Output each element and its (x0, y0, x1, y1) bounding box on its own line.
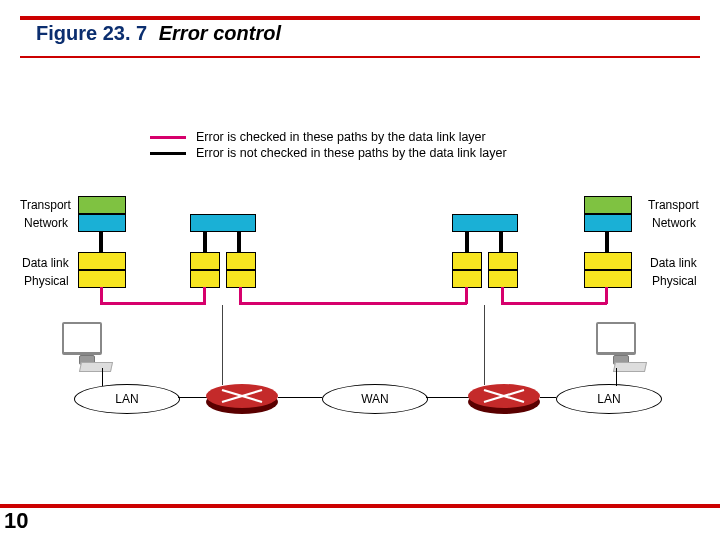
router2-connector-left (465, 232, 469, 252)
label-left-transport: Transport (20, 198, 71, 212)
router2-physical-b (488, 270, 518, 288)
router1-connector-right (237, 232, 241, 252)
network-wan: WAN (322, 384, 428, 414)
left-stack-datalink (78, 252, 126, 270)
router1-datalink-a (190, 252, 220, 270)
path-wan-v1 (239, 287, 242, 304)
bottom-rule (0, 504, 720, 508)
right-stack-connector (605, 232, 609, 252)
legend-swatch-black (150, 152, 186, 155)
router1-physical-b (226, 270, 256, 288)
right-stack-datalink (584, 252, 632, 270)
router2-icon (468, 384, 540, 408)
path-lan-right-v1 (501, 287, 504, 304)
router2-network (452, 214, 518, 232)
path-lan-left-h (100, 302, 206, 305)
router2-datalink-b (488, 252, 518, 270)
router2-connector-right (499, 232, 503, 252)
router2-x-icon (468, 384, 540, 408)
router1-physical-a (190, 270, 220, 288)
under-title-rule (20, 56, 700, 58)
left-stack-connector (99, 232, 103, 252)
right-stack-transport (584, 196, 632, 214)
network-lan-left: LAN (74, 384, 180, 414)
right-stack-network (584, 214, 632, 232)
path-lan-right-v2 (605, 287, 608, 304)
router1-x-icon (206, 384, 278, 408)
router1-datalink-b (226, 252, 256, 270)
path-lan-left-v2 (203, 287, 206, 304)
network-lan-left-label: LAN (115, 392, 138, 406)
path-lan-left-v1 (100, 287, 103, 304)
router2-datalink-a (452, 252, 482, 270)
label-right-datalink: Data link (650, 256, 697, 270)
legend-text-checked: Error is checked in these paths by the d… (196, 130, 486, 144)
wire-r2-down (484, 305, 485, 385)
figure-number: Figure 23. 7 (36, 22, 147, 44)
wire-pc-right (616, 368, 617, 386)
right-stack-physical (584, 270, 632, 288)
router1-network (190, 214, 256, 232)
label-right-physical: Physical (652, 274, 697, 288)
label-left-network: Network (24, 216, 68, 230)
wire-lanl-r1 (178, 397, 208, 398)
top-rule (20, 16, 700, 20)
legend: Error is checked in these paths by the d… (150, 130, 507, 162)
left-stack-network (78, 214, 126, 232)
legend-swatch-magenta (150, 136, 186, 139)
wire-r2-lanr (540, 397, 556, 398)
wire-wan-r2 (426, 397, 470, 398)
legend-text-unchecked: Error is not checked in these paths by t… (196, 146, 507, 160)
network-lan-right-label: LAN (597, 392, 620, 406)
wire-r1-wan (278, 397, 322, 398)
computer-right-icon (596, 322, 646, 372)
path-wan-v2 (465, 287, 468, 304)
label-right-network: Network (652, 216, 696, 230)
network-wan-label: WAN (361, 392, 389, 406)
left-stack-physical (78, 270, 126, 288)
wire-pc-left (102, 368, 103, 386)
legend-row-checked: Error is checked in these paths by the d… (150, 130, 507, 144)
path-lan-right-h (501, 302, 607, 305)
figure-caption: Error control (159, 22, 281, 44)
router2-physical-a (452, 270, 482, 288)
router1-connector-left (203, 232, 207, 252)
page-number: 10 (4, 508, 28, 534)
router1-icon (206, 384, 278, 408)
legend-row-unchecked: Error is not checked in these paths by t… (150, 146, 507, 160)
label-left-datalink: Data link (22, 256, 69, 270)
label-left-physical: Physical (24, 274, 69, 288)
left-stack-transport (78, 196, 126, 214)
wire-r1-down (222, 305, 223, 385)
label-right-transport: Transport (648, 198, 699, 212)
computer-left-icon (62, 322, 112, 372)
figure-label: Figure 23. 7 Error control (36, 22, 281, 45)
path-wan-h (239, 302, 467, 305)
network-lan-right: LAN (556, 384, 662, 414)
